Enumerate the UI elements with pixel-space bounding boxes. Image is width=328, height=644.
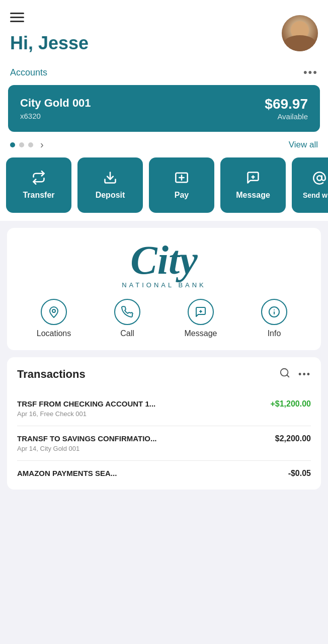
avatar-image <box>282 15 318 51</box>
bank-call-button[interactable]: Call <box>91 299 164 338</box>
bank-logo-area: City NATIONAL BANK <box>17 240 311 289</box>
accounts-header: Accounts ••• <box>0 62 328 85</box>
locations-icon <box>41 299 67 325</box>
bank-logo-big: City <box>130 240 197 280</box>
bank-message-icon <box>188 299 214 325</box>
transactions-more-button[interactable]: ••• <box>298 369 311 380</box>
svg-line-14 <box>287 375 289 377</box>
transfer-button[interactable]: Transfer <box>6 157 71 213</box>
account-card-right: $69.97 Available <box>265 96 308 121</box>
deposit-icon <box>103 171 117 187</box>
account-card-left: City Gold 001 x6320 <box>20 97 91 120</box>
bank-logo-text: City <box>130 240 197 280</box>
dot-1[interactable] <box>10 142 15 147</box>
info-icon <box>261 299 287 325</box>
pagination-arrow[interactable]: › <box>40 139 44 150</box>
bank-info-button[interactable]: Info <box>237 299 311 338</box>
greeting-text: Hi, Jesse <box>10 33 89 54</box>
dot-2[interactable] <box>19 142 24 147</box>
trans-amount: +$1,200.00 <box>270 399 311 409</box>
transfer-label: Transfer <box>23 191 54 200</box>
pagination-dots: › <box>10 139 44 150</box>
view-all-button[interactable]: View all <box>289 140 318 150</box>
account-card-container: City Gold 001 x6320 $69.97 Available <box>0 85 328 132</box>
bank-locations-button[interactable]: Locations <box>17 299 91 338</box>
bank-message-label: Message <box>185 329 217 338</box>
deposit-button[interactable]: Deposit <box>77 157 143 213</box>
trans-name: TRANSF TO SAVINGS CONFIRMATIO... <box>17 434 157 443</box>
search-icon[interactable] <box>279 367 290 381</box>
trans-amount: -$0.05 <box>288 469 311 478</box>
trans-amount: $2,200.00 <box>275 434 311 443</box>
account-card[interactable]: City Gold 001 x6320 $69.97 Available <box>8 85 320 132</box>
locations-label: Locations <box>37 329 71 338</box>
dot-3[interactable] <box>28 142 33 147</box>
bank-message-button[interactable]: Message <box>164 299 237 338</box>
info-label: Info <box>268 329 281 338</box>
table-row[interactable]: TRSF FROM CHECKING ACCOUNT 1... Apr 16, … <box>17 391 311 426</box>
actions-row: Transfer Deposit Pay <box>0 157 328 221</box>
send-label: Send with <box>303 191 328 199</box>
transactions-title: Transactions <box>17 368 86 381</box>
transactions-card: Transactions ••• TRSF FROM CHECKING ACCO… <box>7 357 321 490</box>
trans-date: Apr 16, Free Check 001 <box>17 410 155 418</box>
bank-logo: City NATIONAL BANK <box>17 240 311 289</box>
hamburger-menu[interactable] <box>10 10 89 25</box>
account-available-label: Available <box>265 112 308 121</box>
account-number: x6320 <box>20 112 91 120</box>
send-icon <box>312 171 326 187</box>
trans-left: TRSF FROM CHECKING ACCOUNT 1... Apr 16, … <box>17 399 155 418</box>
svg-point-7 <box>52 309 55 312</box>
trans-name: AMAZON PAYMENTS SEA... <box>17 469 117 477</box>
svg-point-6 <box>317 176 321 180</box>
trans-left: TRANSF TO SAVINGS CONFIRMATIO... Apr 14,… <box>17 434 157 452</box>
pay-label: Pay <box>175 191 189 200</box>
header-left: Hi, Jesse <box>10 10 89 54</box>
accounts-more-button[interactable]: ••• <box>303 66 318 79</box>
call-label: Call <box>120 329 134 338</box>
trans-date: Apr 14, City Gold 001 <box>17 445 157 452</box>
transactions-header: Transactions ••• <box>17 367 311 381</box>
avatar[interactable] <box>282 15 318 51</box>
transfer-icon <box>32 171 46 187</box>
transactions-icons: ••• <box>279 367 311 381</box>
bank-actions-row: Locations Call Message <box>17 299 311 338</box>
send-button[interactable]: Send with <box>292 157 328 213</box>
bank-logo-national: NATIONAL BANK <box>122 281 206 289</box>
message-label: Message <box>236 191 270 200</box>
table-row[interactable]: TRANSF TO SAVINGS CONFIRMATIO... Apr 14,… <box>17 426 311 461</box>
message-button[interactable]: Message <box>220 157 286 213</box>
trans-left: AMAZON PAYMENTS SEA... <box>17 469 117 479</box>
pay-button[interactable]: Pay <box>149 157 214 213</box>
message-icon <box>246 171 260 187</box>
table-row[interactable]: AMAZON PAYMENTS SEA... -$0.05 <box>17 461 311 479</box>
account-name: City Gold 001 <box>20 97 91 110</box>
pagination-row: › View all <box>0 132 328 157</box>
pay-icon <box>175 171 189 187</box>
accounts-label: Accounts <box>10 67 47 78</box>
account-balance: $69.97 <box>265 96 308 112</box>
header: Hi, Jesse <box>0 0 328 62</box>
call-icon <box>114 299 140 325</box>
deposit-label: Deposit <box>96 191 125 200</box>
bank-logo-sub: NATIONAL BANK <box>122 281 206 289</box>
bank-card: City NATIONAL BANK Locations Call <box>7 228 321 350</box>
trans-name: TRSF FROM CHECKING ACCOUNT 1... <box>17 399 155 408</box>
